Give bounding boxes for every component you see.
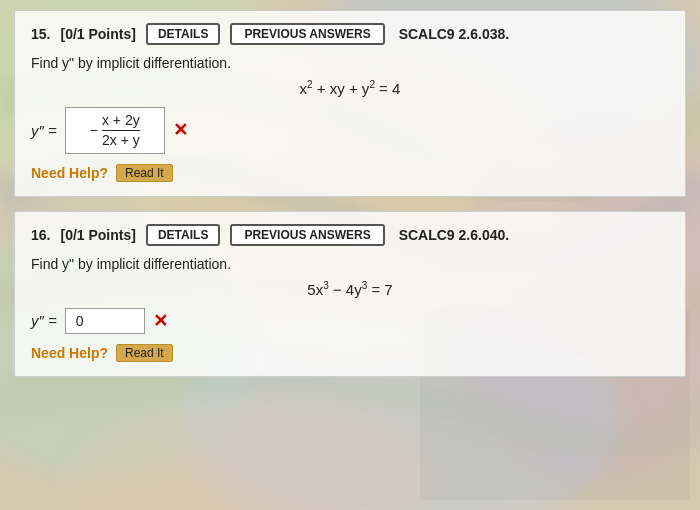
- q16-equation: 5x3 − 4y3 = 7: [31, 280, 669, 298]
- q16-instruction: Find y" by implicit differentiation.: [31, 256, 669, 272]
- q15-denominator: 2x + y: [102, 132, 140, 149]
- question-16-block: 16. [0/1 Points] DETAILS PREVIOUS ANSWER…: [14, 211, 686, 377]
- q16-answer-row: y″ = 0 ✕: [31, 308, 669, 334]
- q16-answer-value: 0: [76, 313, 84, 329]
- question-15-header: 15. [0/1 Points] DETAILS PREVIOUS ANSWER…: [31, 23, 669, 45]
- q15-equation: x2 + xy + y2 = 4: [31, 79, 669, 97]
- q16-answer-prefix: y″ =: [31, 312, 57, 329]
- q16-scalc-ref: SCALC9 2.6.040.: [399, 227, 510, 243]
- q15-answer-row: y″ = − x + 2y 2x + y ✕: [31, 107, 669, 154]
- question-16-header: 16. [0/1 Points] DETAILS PREVIOUS ANSWER…: [31, 224, 669, 246]
- q15-need-help: Need Help? Read It: [31, 164, 669, 182]
- q15-fraction-line: [102, 130, 140, 131]
- q16-read-it-button[interactable]: Read It: [116, 344, 173, 362]
- question-15-block: 15. [0/1 Points] DETAILS PREVIOUS ANSWER…: [14, 10, 686, 197]
- q15-number: 15.: [31, 26, 50, 42]
- q15-numerator: x + 2y: [102, 112, 140, 129]
- q15-prev-answers-button[interactable]: PREVIOUS ANSWERS: [230, 23, 384, 45]
- q15-read-it-button[interactable]: Read It: [116, 164, 173, 182]
- q15-points: [0/1 Points]: [60, 26, 135, 42]
- q15-answer-prefix: y″ =: [31, 122, 57, 139]
- q15-need-help-label: Need Help?: [31, 165, 108, 181]
- q16-wrong-mark[interactable]: ✕: [153, 310, 168, 332]
- q16-prev-answers-button[interactable]: PREVIOUS ANSWERS: [230, 224, 384, 246]
- q15-wrong-mark[interactable]: ✕: [173, 119, 188, 141]
- q15-fraction: x + 2y 2x + y: [102, 112, 140, 149]
- q15-instruction: Find y" by implicit differentiation.: [31, 55, 669, 71]
- q16-number: 16.: [31, 227, 50, 243]
- q15-minus-sign: −: [90, 122, 98, 138]
- q15-answer-box: − x + 2y 2x + y: [65, 107, 165, 154]
- q15-details-button[interactable]: DETAILS: [146, 23, 220, 45]
- q16-need-help: Need Help? Read It: [31, 344, 669, 362]
- q16-need-help-label: Need Help?: [31, 345, 108, 361]
- q15-scalc-ref: SCALC9 2.6.038.: [399, 26, 510, 42]
- q16-details-button[interactable]: DETAILS: [146, 224, 220, 246]
- q16-points: [0/1 Points]: [60, 227, 135, 243]
- q16-answer-box: 0: [65, 308, 145, 334]
- main-content: 15. [0/1 Points] DETAILS PREVIOUS ANSWER…: [0, 0, 700, 401]
